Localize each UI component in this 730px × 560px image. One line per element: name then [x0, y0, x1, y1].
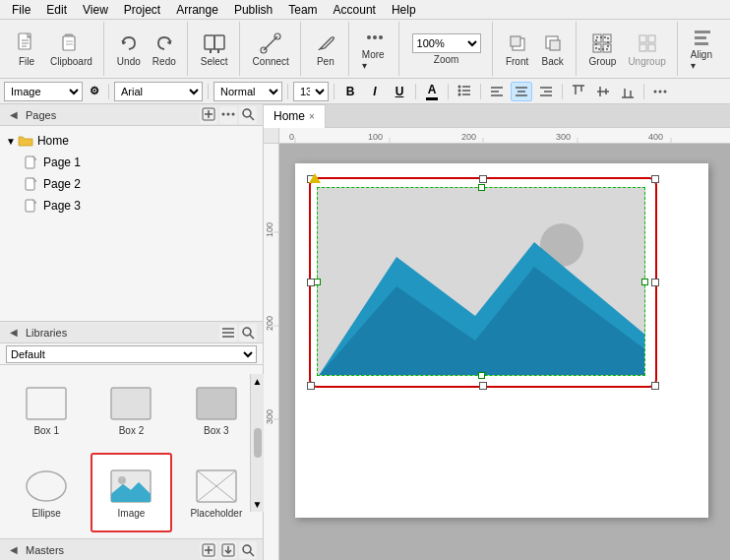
separator-9	[643, 84, 644, 99]
align-top-button[interactable]	[568, 82, 589, 101]
lib-item-box1[interactable]: Box 1	[6, 371, 87, 449]
properties-icon: ⚙	[90, 85, 99, 97]
list-unordered-button[interactable]	[454, 82, 475, 101]
undo-button[interactable]: Undo	[112, 25, 146, 74]
clipboard-button[interactable]: Clipboard	[45, 25, 97, 74]
lib-item-ellipse[interactable]: Ellipse	[6, 453, 87, 532]
front-button[interactable]: Front	[501, 25, 534, 74]
menu-publish[interactable]: Publish	[226, 1, 280, 19]
lib-item-placeholder[interactable]: Placeholder	[176, 453, 257, 532]
svg-rect-27	[639, 35, 646, 42]
font-color-button[interactable]: A	[421, 82, 443, 101]
masters-add-button[interactable]	[200, 541, 217, 559]
menu-team[interactable]: Team	[280, 1, 325, 19]
back-button[interactable]: Back	[536, 25, 570, 74]
menu-arrange[interactable]: Arrange	[168, 1, 226, 19]
svg-rect-31	[695, 31, 710, 33]
library-select[interactable]: Default	[6, 345, 257, 363]
tree-item-home[interactable]: ▼ Home	[0, 130, 263, 152]
svg-point-60	[664, 90, 667, 93]
align-bottom-button[interactable]	[617, 82, 639, 101]
redo-button[interactable]: Redo	[148, 25, 181, 74]
align-left-button[interactable]	[486, 82, 508, 101]
connect-button[interactable]: Connect	[248, 25, 294, 74]
align-button[interactable]: Align ▾	[686, 25, 720, 74]
element-type-select[interactable]: Image	[4, 82, 83, 101]
tab-home-label: Home	[274, 109, 305, 123]
toolbar-connect-group: Connect	[242, 22, 301, 76]
menu-help[interactable]: Help	[384, 1, 424, 19]
library-scrollbar[interactable]: ▲ ▼	[250, 374, 264, 512]
tree-item-page1[interactable]: Page 1	[0, 152, 263, 173]
lib-item-box3[interactable]: Box 3	[176, 371, 257, 449]
svg-point-82	[118, 476, 126, 484]
image-widget[interactable]	[317, 187, 645, 376]
tree-toggle-home: ▼	[6, 136, 16, 147]
more-format-button[interactable]	[649, 82, 671, 101]
zoom-control[interactable]: 100% Zoom	[407, 25, 486, 74]
libraries-scroll-left[interactable]: ◀	[6, 325, 22, 341]
menu-project[interactable]: Project	[116, 1, 168, 19]
group-button[interactable]: Group	[584, 25, 622, 74]
menu-edit[interactable]: Edit	[38, 1, 75, 19]
align-center-button[interactable]	[511, 82, 532, 101]
pages-scroll-left[interactable]: ◀	[6, 107, 22, 123]
svg-point-91	[243, 545, 251, 553]
masters-actions	[200, 541, 257, 559]
front-icon	[506, 31, 529, 55]
pages-add-button[interactable]	[200, 106, 217, 124]
bold-icon: B	[346, 85, 355, 98]
menu-view[interactable]: View	[75, 1, 116, 19]
ungroup-button[interactable]: Ungroup	[623, 25, 670, 74]
italic-button[interactable]: I	[364, 82, 386, 101]
new-file-button[interactable]: File	[10, 25, 43, 74]
menu-file[interactable]: File	[4, 1, 38, 19]
svg-point-36	[458, 90, 461, 93]
select-button[interactable]: Select	[196, 25, 233, 74]
pen-button[interactable]: Pen	[309, 25, 342, 74]
scroll-down-button[interactable]: ▼	[253, 499, 263, 510]
tree-item-page3[interactable]: Page 3	[0, 195, 263, 217]
lib-item-image[interactable]: Image	[91, 453, 171, 532]
zoom-select[interactable]: 100%	[412, 33, 481, 53]
connect-label: Connect	[253, 56, 289, 67]
lib-item-box2[interactable]: Box 2	[91, 371, 171, 449]
toolbar-undoredo-group: Undo Redo	[106, 22, 188, 76]
font-family-select[interactable]: Arial	[114, 82, 203, 101]
handle-tr	[651, 175, 659, 183]
bold-button[interactable]: B	[339, 82, 361, 101]
tab-close-button[interactable]: ×	[309, 111, 315, 122]
masters-import-button[interactable]	[219, 541, 237, 559]
select-label: Select	[201, 56, 228, 67]
lib-label-placeholder: Placeholder	[190, 508, 242, 519]
pages-menu-button[interactable]	[219, 106, 237, 124]
libraries-dropdown: Default	[0, 343, 263, 365]
masters-scroll-left[interactable]: ◀	[6, 542, 22, 558]
pen-label: Pen	[317, 56, 335, 67]
svg-rect-33	[695, 42, 708, 45]
underline-button[interactable]: U	[389, 82, 410, 101]
element-properties-button[interactable]: ⚙	[86, 82, 103, 101]
tab-home[interactable]: Home ×	[264, 104, 326, 128]
formatbar: Image ⚙ Arial Normal 13 B I U A	[0, 79, 730, 104]
ruler-horizontal: 0 100 200 300 400	[279, 128, 730, 144]
svg-point-15	[367, 35, 371, 39]
font-style-select[interactable]: Normal	[213, 82, 282, 101]
masters-search-button[interactable]	[239, 541, 257, 559]
ungroup-label: Ungroup	[628, 56, 665, 67]
svg-rect-21	[550, 40, 560, 50]
libraries-menu-button[interactable]	[219, 324, 237, 342]
pages-search-button[interactable]	[239, 106, 257, 124]
more-button[interactable]: More ▾	[357, 25, 393, 74]
separator-4	[334, 84, 335, 99]
align-middle-button[interactable]	[592, 82, 614, 101]
menu-account[interactable]: Account	[326, 1, 384, 19]
libraries-search-button[interactable]	[239, 324, 257, 342]
svg-rect-25	[603, 44, 611, 52]
scroll-up-button[interactable]: ▲	[253, 376, 263, 387]
svg-rect-24	[593, 44, 601, 52]
tree-item-page2[interactable]: Page 2	[0, 173, 263, 195]
font-size-select[interactable]: 13	[293, 82, 329, 101]
canvas-scroll[interactable]	[279, 144, 730, 560]
align-right-button[interactable]	[535, 82, 557, 101]
